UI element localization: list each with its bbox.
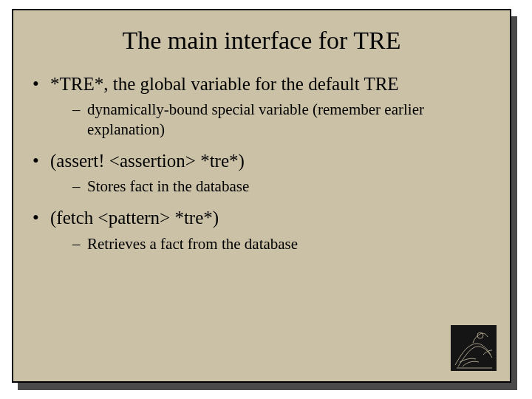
list-item: Stores fact in the database xyxy=(72,177,491,196)
sub-list: dynamically-bound special variable (reme… xyxy=(50,100,491,139)
list-item: (fetch <pattern> *tre*) Retrieves a fact… xyxy=(33,206,491,253)
bullet-list: *TRE*, the global variable for the defau… xyxy=(33,72,491,253)
bullet-text: (fetch <pattern> *tre*) xyxy=(50,208,219,228)
sub-list: Stores fact in the database xyxy=(50,177,491,196)
list-item: Retrieves a fact from the database xyxy=(72,234,491,253)
slide-stage: The main interface for TRE *TRE*, the gl… xyxy=(0,0,532,399)
slide-body: The main interface for TRE *TRE*, the gl… xyxy=(12,9,511,383)
list-item: dynamically-bound special variable (reme… xyxy=(72,100,491,139)
list-item: *TRE*, the global variable for the defau… xyxy=(33,72,491,139)
bullet-text: *TRE*, the global variable for the defau… xyxy=(50,74,399,94)
list-item: (assert! <assertion> *tre*) Stores fact … xyxy=(33,149,491,197)
sub-list: Retrieves a fact from the database xyxy=(50,234,491,253)
sub-bullet-text: Retrieves a fact from the database xyxy=(87,235,298,253)
sub-bullet-text: dynamically-bound special variable (reme… xyxy=(87,100,424,137)
slide-title: The main interface for TRE xyxy=(28,27,495,55)
sub-bullet-text: Stores fact in the database xyxy=(87,177,249,195)
bullet-text: (assert! <assertion> *tre*) xyxy=(50,151,245,171)
corner-emblem-icon xyxy=(451,325,497,371)
